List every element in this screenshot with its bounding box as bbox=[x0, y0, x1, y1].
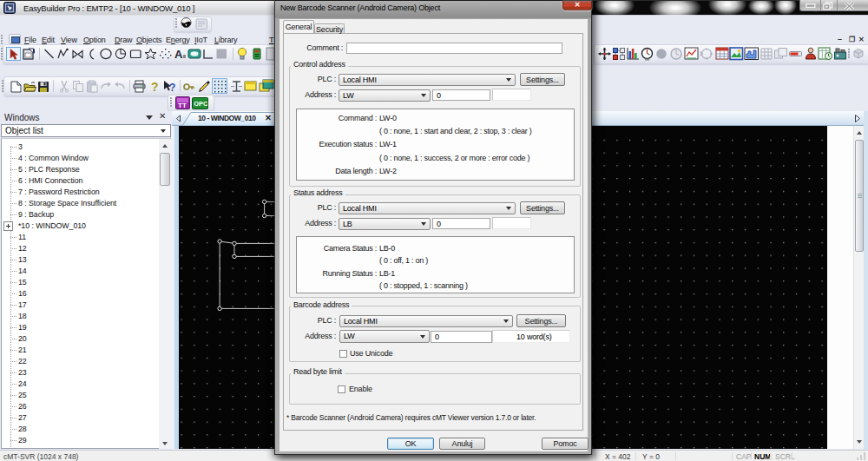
svg-text:OPC: OPC bbox=[194, 100, 208, 108]
svg-text:?: ? bbox=[151, 80, 159, 93]
svg-text:?: ? bbox=[169, 82, 175, 93]
svg-text:TT: TT bbox=[178, 102, 187, 109]
svg-text:A: A bbox=[174, 48, 183, 61]
